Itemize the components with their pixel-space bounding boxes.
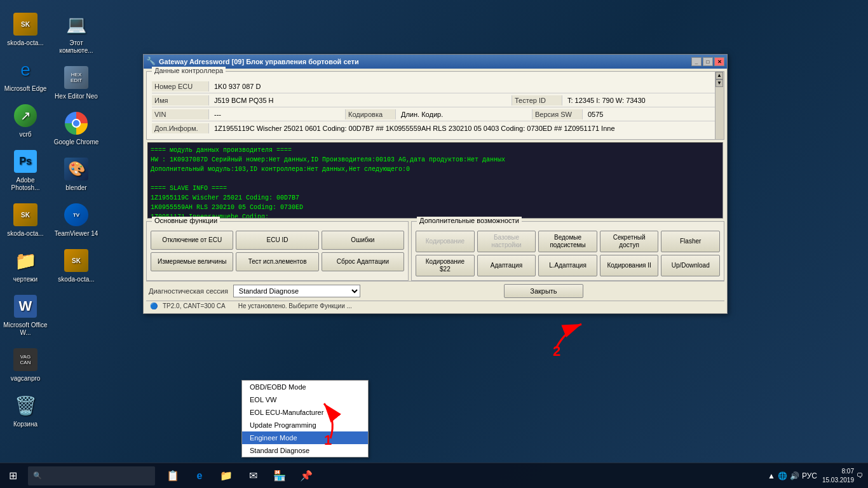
btn-disconnect-ecu[interactable]: Отключение от ECU <box>151 231 233 250</box>
additional-functions-grid: Кодирование Базовые настройки Ведомые по… <box>416 231 720 276</box>
info-line-1: ==== модуль данных производителя ==== <box>151 146 720 155</box>
ecu-value: 1K0 937 087 D <box>209 81 719 92</box>
desktop-icon-vcrb[interactable]: ↗ vcrб <box>0 98 51 144</box>
taskbar-icon-volume[interactable]: 🔊 <box>790 471 799 480</box>
bottom-sections: Основные функции Отключение от ECU ECU I… <box>146 221 724 281</box>
vin-label: VIN <box>152 109 209 119</box>
btn-reset-adaptation[interactable]: Сброс Адаптации <box>322 252 404 271</box>
btn-secret-access[interactable]: Секретный доступ <box>600 231 659 252</box>
taskbar-icon-network[interactable]: 🌐 <box>778 471 787 480</box>
desktop-icon-chertezhi[interactable]: 📁 чертежи <box>0 243 51 288</box>
desktop-icon-msedge[interactable]: e Microsoft Edge <box>0 52 51 98</box>
taskbar-search[interactable]: 🔍 <box>28 466 155 485</box>
annotation-label-2: 2 <box>553 343 560 359</box>
close-button[interactable]: ✕ <box>714 57 724 66</box>
tester-id-value: T: 12345 I: 790 W: 73430 <box>562 95 719 105</box>
btn-ecu-id[interactable]: ECU ID <box>236 231 318 250</box>
tester-id-label: Тестер ID <box>512 95 562 105</box>
controller-data-grid: Номер ECU 1K0 937 087 D Имя J519 BCM PQ3… <box>147 72 724 139</box>
arrow-path-2 <box>556 324 581 348</box>
scroll-down-arrow[interactable]: ▼ <box>715 79 723 87</box>
window-title: Gateway Adressword [09] Блок управления … <box>159 58 691 65</box>
dropdown-item-update-prog[interactable]: Update Programming <box>242 419 368 431</box>
desktop-icon-chrome[interactable]: Google Chrome <box>51 105 102 151</box>
main-functions-section: Основные функции Отключение от ECU ECU I… <box>146 221 409 281</box>
btn-test-elements[interactable]: Тест исп.элементов <box>236 252 318 271</box>
btn-l-adaptation[interactable]: L.Адаптация <box>538 255 597 276</box>
dropdown-item-obd[interactable]: OBD/EOBD Mode <box>242 381 368 393</box>
ecu-row: Номер ECU 1K0 937 087 D <box>152 79 719 93</box>
btn-coding-22[interactable]: Кодирование $22 <box>416 255 475 276</box>
info-line-6: 1Z1955119C Wischer 25021 Coding: 00D7B7 <box>151 194 720 203</box>
desktop-icon-msoffice[interactable]: W Microsoft Office W... <box>0 288 51 342</box>
dropdown-item-engineer[interactable]: Engineer Mode <box>242 431 368 444</box>
app-window: 🔧 Gateway Adressword [09] Блок управлени… <box>143 54 728 314</box>
start-button[interactable]: ⊞ <box>0 463 25 489</box>
vin-row: VIN --- Кодировка Длин. Кодир. Версия SW… <box>152 107 719 121</box>
scroll-up-arrow[interactable]: ▲ <box>715 72 723 79</box>
dropdown-item-standard[interactable]: Standard Diagnose <box>242 444 368 457</box>
taskbar-icon-arrow[interactable]: ▲ <box>768 471 775 480</box>
taskbar-icon-store[interactable]: 🏪 <box>267 463 292 489</box>
vin-value: --- <box>209 109 345 119</box>
annotation-arrow-2: 2 <box>553 324 581 359</box>
window-titlebar[interactable]: 🔧 Gateway Adressword [09] Блок управлени… <box>144 55 727 69</box>
btn-base-settings[interactable]: Базовые настройки <box>477 231 536 252</box>
info-line-5: ==== SLAVE INFO ==== <box>151 184 720 193</box>
dropdown-item-eol-vw[interactable]: EOL VW <box>242 393 368 406</box>
additional-functions-title: Дополнительные возможности <box>417 217 522 224</box>
diagnostic-session-row: Диагностическая сессия Standard Diagnose… <box>146 281 724 301</box>
desktop-icon-trash[interactable]: 🗑️ Корзина <box>0 388 51 433</box>
diagnostic-session-select[interactable]: Standard Diagnose <box>233 285 360 297</box>
extra-row: Доп.Информ. 1Z1955119C Wischer 25021 060… <box>152 121 719 135</box>
taskbar-icon-pinned[interactable]: 📌 <box>294 463 319 489</box>
minimize-button[interactable]: _ <box>691 57 702 66</box>
coding-value: Длин. Кодир. <box>396 109 532 119</box>
window-close-button[interactable]: Закрыть <box>504 284 583 298</box>
info-line-3: Дополнительный модуль:103,ID контроллера… <box>151 165 720 174</box>
btn-adaptation[interactable]: Адаптация <box>477 255 536 276</box>
desktop-icon-blender[interactable]: 🎨 blender <box>51 151 102 197</box>
desktop: SK skoda-octa... e Microsoft Edge ↗ vcrб… <box>0 0 868 488</box>
coding-label: Кодировка <box>345 109 396 119</box>
taskbar-lang: РУС <box>802 471 817 480</box>
btn-measured-values[interactable]: Измеряемые величины <box>151 252 233 271</box>
dropdown-item-eol-ecu[interactable]: EOL ECU-Manufacturer <box>242 406 368 419</box>
info-line-7: 1K0955559AH RLS 230210 05 Coding: 0730ED <box>151 203 720 212</box>
desktop-icon-pc[interactable]: 💻 Этот компьюте... <box>51 6 102 60</box>
taskbar-time-date[interactable]: 8:07 15.03.2019 <box>822 467 854 485</box>
dropdown-menu[interactable]: OBD/EOBD Mode EOL VW EOL ECU-Manufacture… <box>241 380 369 458</box>
desktop-icon-hex-editor[interactable]: HEXEDIT Hex Editor Neo <box>51 60 102 105</box>
maximize-button[interactable]: □ <box>703 57 713 66</box>
desktop-icon-vagcanpro[interactable]: VAGCAN vagcanpro <box>0 342 51 388</box>
desktop-icon-skoda2[interactable]: SK skoda-octa... <box>0 197 51 243</box>
taskbar-pinned-icons: 📋 e 📁 ✉ 🏪 📌 <box>160 463 319 489</box>
desktop-icon-skoda3[interactable]: SK skoda-octa... <box>51 243 102 288</box>
taskbar-icon-mail[interactable]: ✉ <box>240 463 266 489</box>
taskbar-icon-edge[interactable]: e <box>187 463 212 489</box>
window-controls: _ □ ✕ <box>691 57 724 66</box>
desktop-icon-skoda1[interactable]: SK skoda-octa... <box>0 6 51 52</box>
btn-errors[interactable]: Ошибки <box>322 231 404 250</box>
status-message: Не установлено. Выберите Функции ... <box>238 302 352 309</box>
btn-slave-subsystems[interactable]: Ведомые подсистемы <box>538 231 597 252</box>
desktop-icon-adobe-ps[interactable]: Ps Adobe Photosh... <box>0 144 51 197</box>
taskbar-date: 15.03.2019 <box>822 476 854 485</box>
btn-up-download[interactable]: Up/Download <box>661 255 720 276</box>
taskbar-icon-tasks[interactable]: 📋 <box>160 463 186 489</box>
btn-coding[interactable]: Кодирование <box>416 231 475 252</box>
taskbar-icon-explorer[interactable]: 📁 <box>214 463 239 489</box>
scroll-bar[interactable]: ▲ ▼ <box>715 72 724 139</box>
info-line-2: HW : 1K0937087D Серийный номер:Нет данны… <box>151 156 720 165</box>
status-tp: TP2.0, CANT=300 CA <box>163 302 226 309</box>
additional-functions-section: Дополнительные возможности Кодирование Б… <box>411 221 724 281</box>
main-functions-grid: Отключение от ECU ECU ID Ошибки Измеряем… <box>151 231 404 271</box>
name-value: J519 BCM PQ35 H <box>209 95 512 105</box>
btn-flasher[interactable]: Flasher <box>661 231 720 252</box>
btn-coding-ii[interactable]: Кодирования II <box>600 255 659 276</box>
sw-version-label: Версия SW <box>532 109 583 119</box>
taskbar-right: ▲ 🌐 🔊 РУС 8:07 15.03.2019 🗨 <box>765 467 868 485</box>
taskbar-notification-icon[interactable]: 🗨 <box>857 472 863 479</box>
desktop-icon-teamviewer[interactable]: TV TeamViewer 14 <box>51 197 102 243</box>
taskbar: ⊞ 🔍 📋 e 📁 ✉ 🏪 📌 ▲ 🌐 🔊 РУС 8:07 15.03.201… <box>0 463 868 488</box>
